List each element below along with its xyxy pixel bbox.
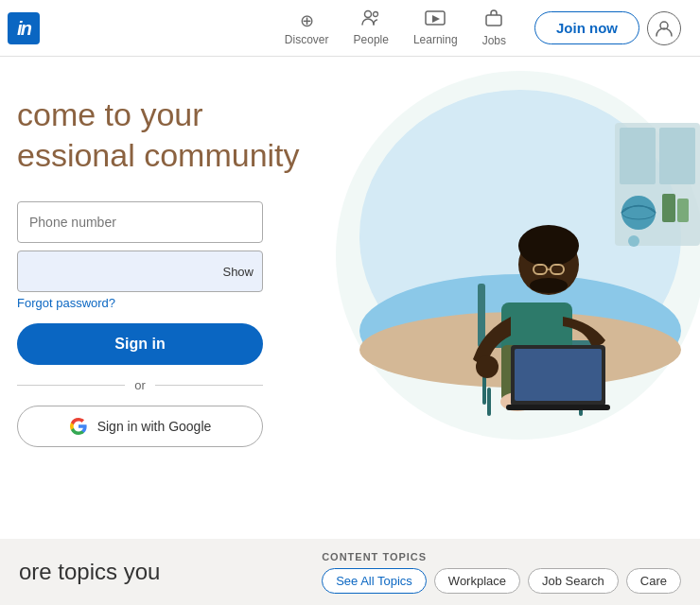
- svg-rect-23: [478, 284, 485, 345]
- header: in ⊕ Discover People Learning Jobs Join …: [0, 0, 700, 57]
- nav-people[interactable]: People: [344, 6, 398, 50]
- svg-rect-37: [506, 405, 610, 410]
- svg-point-0: [365, 11, 372, 18]
- or-line-left: [17, 385, 125, 386]
- join-now-button[interactable]: Join now: [534, 11, 639, 44]
- left-panel: come to your essional community Show For…: [0, 57, 303, 548]
- bottom-title: ore topics you: [19, 559, 160, 585]
- or-line-right: [155, 385, 263, 386]
- people-icon: [361, 9, 380, 31]
- svg-rect-4: [486, 15, 501, 26]
- chip-job-search[interactable]: Job Search: [528, 568, 619, 594]
- right-panel: [303, 57, 700, 548]
- forgot-password-link[interactable]: Forgot password?: [17, 296, 263, 310]
- linkedin-logo: in: [8, 12, 40, 44]
- logo[interactable]: in: [0, 0, 57, 57]
- svg-rect-16: [677, 199, 689, 222]
- svg-rect-15: [662, 194, 675, 222]
- content-topics-section: CONTENT TOPICS See All Topics Workplace …: [322, 551, 681, 594]
- or-divider: or: [17, 378, 263, 392]
- hero-title-line1: come to your: [17, 96, 203, 132]
- hero-title-line2: essional community: [17, 137, 300, 173]
- google-icon: [69, 417, 88, 436]
- discover-icon: ⊕: [300, 10, 314, 31]
- bottom-title-text: ore topics you: [19, 559, 160, 584]
- nav-jobs[interactable]: Jobs: [473, 5, 516, 51]
- svg-point-1: [374, 12, 378, 17]
- nav-discover[interactable]: ⊕ Discover: [275, 7, 339, 50]
- main-content: come to your essional community Show For…: [0, 57, 700, 548]
- chip-see-all-topics[interactable]: See All Topics: [322, 568, 427, 594]
- jobs-icon: [484, 9, 503, 32]
- svg-point-38: [476, 355, 499, 378]
- nav-learning[interactable]: Learning: [404, 6, 467, 50]
- svg-rect-21: [487, 388, 491, 416]
- svg-point-30: [518, 225, 579, 267]
- svg-point-17: [628, 235, 639, 247]
- svg-rect-36: [515, 349, 602, 401]
- svg-rect-11: [620, 128, 656, 184]
- topic-chips: See All Topics Workplace Job Search Care: [322, 568, 681, 594]
- content-topics-label: CONTENT TOPICS: [322, 551, 427, 562]
- sign-in-button[interactable]: Sign in: [17, 323, 263, 365]
- chip-workplace[interactable]: Workplace: [434, 568, 520, 594]
- learning-icon: [425, 9, 446, 31]
- google-sign-in-label: Sign in with Google: [97, 419, 212, 434]
- phone-email-input[interactable]: [17, 201, 263, 243]
- bottom-bar: ore topics you CONTENT TOPICS See All To…: [0, 539, 700, 605]
- google-sign-in-button[interactable]: Sign in with Google: [17, 406, 263, 447]
- chip-care[interactable]: Care: [626, 568, 681, 594]
- show-password-button[interactable]: Show: [222, 265, 254, 279]
- nav-learning-label: Learning: [413, 33, 458, 46]
- hero-title: come to your essional community: [17, 95, 303, 175]
- nav-people-label: People: [354, 33, 389, 46]
- svg-marker-3: [432, 15, 440, 23]
- svg-point-13: [621, 196, 656, 230]
- svg-rect-12: [659, 128, 695, 184]
- profile-icon[interactable]: [647, 11, 681, 45]
- nav-jobs-label: Jobs: [482, 34, 506, 47]
- nav-discover-label: Discover: [285, 33, 329, 46]
- hero-illustration: [322, 66, 700, 473]
- svg-point-34: [530, 278, 568, 293]
- password-wrapper: Show: [17, 251, 263, 292]
- nav-items: ⊕ Discover People Learning Jobs: [275, 5, 516, 51]
- sign-in-form: Show Forgot password? Sign in or Sign in…: [17, 201, 263, 447]
- or-text: or: [134, 378, 146, 392]
